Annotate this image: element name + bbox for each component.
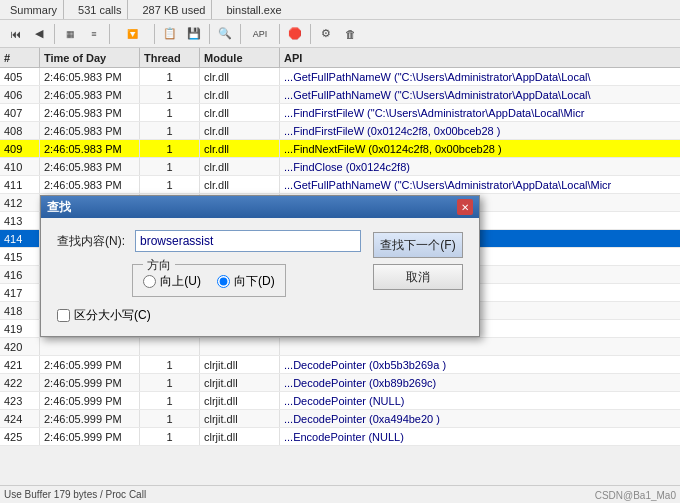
- dialog-overlay: 查找 ✕ 查找内容(N): 方向: [0, 0, 680, 503]
- dialog-right: 查找下一个(F) 取消: [373, 230, 463, 324]
- direction-label: 方向: [143, 257, 175, 274]
- dialog-main-content: 查找内容(N): 方向 向上(U): [57, 230, 463, 324]
- dialog-close-button[interactable]: ✕: [457, 199, 473, 215]
- radio-up[interactable]: [143, 275, 156, 288]
- dialog-left: 查找内容(N): 方向 向上(U): [57, 230, 361, 324]
- case-checkbox[interactable]: [57, 309, 70, 322]
- radio-down-row: 向下(D): [217, 273, 275, 290]
- radio-down-label: 向下(D): [234, 273, 275, 290]
- radio-up-row: 向上(U): [143, 273, 201, 290]
- find-next-button[interactable]: 查找下一个(F): [373, 232, 463, 258]
- direction-group: 方向 向上(U) 向下(D): [132, 264, 285, 297]
- case-label: 区分大小写(C): [74, 307, 151, 324]
- dialog-title: 查找: [47, 199, 71, 216]
- radio-down[interactable]: [217, 275, 230, 288]
- find-dialog: 查找 ✕ 查找内容(N): 方向: [40, 195, 480, 337]
- radio-up-label: 向上(U): [160, 273, 201, 290]
- dialog-body: 查找内容(N): 方向 向上(U): [41, 218, 479, 336]
- dialog-titlebar: 查找 ✕: [41, 196, 479, 218]
- search-row: 查找内容(N):: [57, 230, 361, 252]
- case-row: 区分大小写(C): [57, 307, 361, 324]
- search-input[interactable]: [135, 230, 361, 252]
- cancel-button[interactable]: 取消: [373, 264, 463, 290]
- search-label: 查找内容(N):: [57, 233, 127, 250]
